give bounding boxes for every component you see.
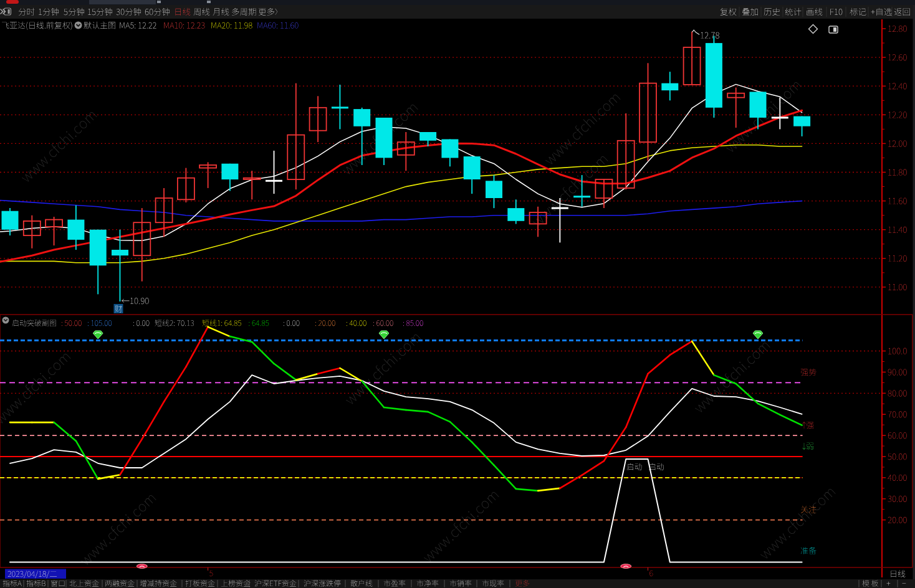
red-gem-marker — [137, 564, 147, 569]
app-logo-fragment — [6, 0, 19, 4]
red-gem-marker — [621, 564, 631, 569]
indicator-selector-icon[interactable] — [2, 317, 9, 324]
timeframe-toolbar — [0, 5, 915, 19]
app-background — [0, 0, 915, 588]
zoom-out-button[interactable] — [903, 584, 906, 584]
event-badge-box[interactable] — [113, 304, 123, 313]
bottom-bar — [0, 579, 915, 588]
tab-icon-fragment — [207, 1, 211, 3]
window-tab-fragment[interactable] — [89, 0, 156, 4]
overlay-selector-icon[interactable] — [75, 22, 82, 29]
trading-terminal-scene — [0, 0, 915, 588]
window-tab-strip — [0, 0, 915, 5]
trading-app-window — [0, 0, 915, 588]
window-edge — [913, 5, 915, 579]
tab-icon-fragment — [157, 1, 161, 3]
candle-32 — [706, 36, 722, 118]
